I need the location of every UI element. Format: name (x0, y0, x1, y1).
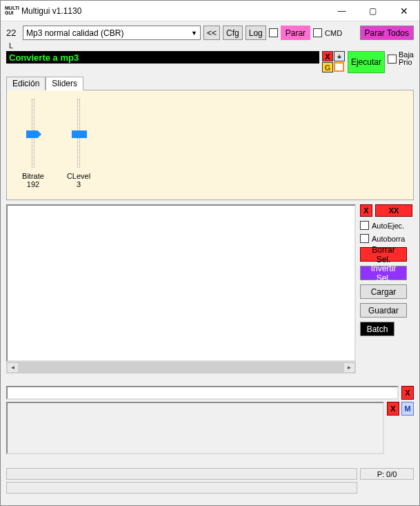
letter-l-label: L (9, 41, 414, 50)
clevel-slider[interactable] (77, 99, 80, 168)
minimize-button[interactable]: — (326, 1, 357, 21)
scroll-right-arrow[interactable]: ► (343, 362, 355, 373)
back-button[interactable]: << (203, 26, 220, 40)
close-button[interactable]: ✕ (388, 1, 419, 21)
g-small-button[interactable]: G (322, 62, 333, 72)
autoborra-checkbox[interactable] (360, 234, 369, 243)
clevel-slider-thumb[interactable] (72, 130, 87, 138)
log-checkbox[interactable] (269, 28, 278, 37)
progress-bar-2 (6, 482, 357, 494)
banner-bar: Convierte a mp3 (6, 51, 319, 64)
autoborra-label: Autoborra (372, 235, 405, 243)
preset-dropdown-value: Mp3 normal calidad (CBR) (26, 28, 123, 38)
log-button[interactable]: Log (246, 26, 266, 40)
app-icon: MULTIGUI (5, 6, 17, 17)
bitrate-slider-thumb[interactable] (26, 130, 41, 138)
clevel-slider-label: CLevel (67, 172, 90, 180)
autoejec-checkbox[interactable] (360, 221, 369, 230)
parar-todos-button[interactable]: Parar Todos (360, 26, 414, 40)
output-x-button[interactable]: X (387, 402, 399, 416)
progress-bar (6, 468, 357, 480)
cmd-label: CMD (325, 29, 342, 37)
status-p: P: 0/0 (360, 468, 414, 480)
x-small-button[interactable]: X (322, 51, 333, 61)
tab-edicion[interactable]: Edición (6, 77, 46, 90)
side-x-button[interactable]: X (360, 204, 372, 217)
window-title: Multigui v1.1130 (21, 6, 326, 16)
plus-small-button[interactable]: + (334, 51, 345, 61)
file-list[interactable] (6, 204, 356, 362)
cfg-button[interactable]: Cfg (223, 26, 243, 40)
borrar-sel-button[interactable]: Borrar Sel. (360, 247, 407, 262)
bitrate-slider-value: 192 (27, 180, 39, 188)
counter-label: 22 (6, 28, 20, 38)
path-x-button[interactable]: X (401, 386, 414, 400)
parar-button[interactable]: Parar (281, 26, 310, 40)
bitrate-slider[interactable] (32, 99, 34, 168)
baja-prio-label: BajaPrio (399, 51, 414, 66)
baja-prio-checkbox[interactable] (388, 55, 397, 64)
m-button[interactable]: M (401, 402, 414, 416)
batch-button[interactable]: Batch (360, 322, 394, 336)
sliders-panel: Bitrate 192 CLevel 3 (6, 90, 414, 200)
invertir-sel-button[interactable]: Invertir Sel. (360, 266, 407, 280)
maximize-button[interactable]: ▢ (357, 1, 388, 21)
bitrate-slider-label: Bitrate (22, 172, 44, 180)
tab-sliders[interactable]: Sliders (46, 77, 83, 90)
output-textarea[interactable] (6, 402, 384, 454)
ejecutar-button[interactable]: Ejecutar (348, 51, 385, 73)
scroll-left-arrow[interactable]: ◄ (7, 362, 19, 373)
cargar-button[interactable]: Cargar (360, 284, 407, 299)
cmd-checkbox[interactable] (313, 28, 322, 37)
clevel-slider-value: 3 (77, 180, 81, 188)
preset-dropdown[interactable]: Mp3 normal calidad (CBR) ▼ (23, 26, 201, 40)
side-xx-button[interactable]: XX (375, 204, 412, 217)
chevron-down-icon: ▼ (191, 30, 197, 37)
list-hscrollbar[interactable]: ◄ ► (6, 362, 356, 373)
scroll-thumb[interactable] (19, 362, 343, 373)
autoejec-label: AutoEjec. (372, 222, 404, 230)
guardar-button[interactable]: Guardar (360, 303, 407, 318)
orange-square-button[interactable] (334, 62, 344, 72)
path-input[interactable] (6, 386, 399, 400)
